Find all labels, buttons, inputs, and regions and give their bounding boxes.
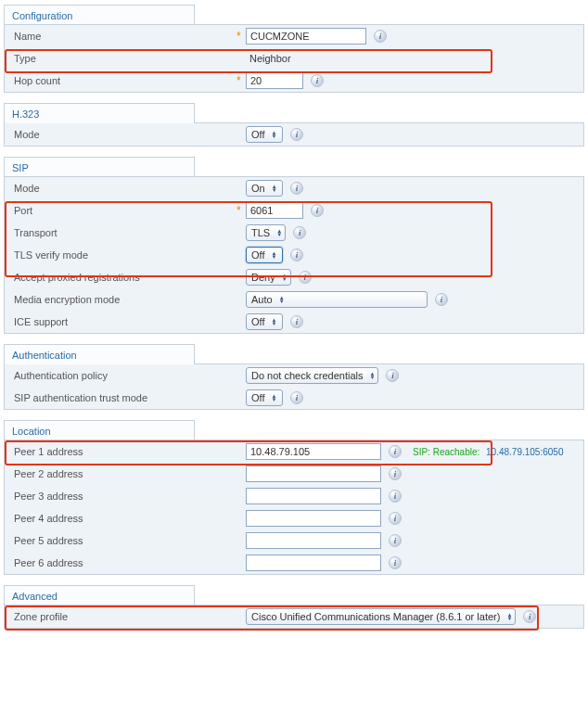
section-authentication: Authentication Authentication policy Do …	[4, 343, 584, 410]
row-sip-tlsverify: TLS verify mode Off ▲▼ i	[5, 244, 583, 266]
section-body-authentication: Authentication policy Do not check crede…	[4, 363, 584, 410]
auth-policy-select[interactable]: Do not check credentials ▲▼	[246, 367, 378, 384]
type-value: Neighbor	[246, 53, 291, 64]
sip-port-input[interactable]	[246, 202, 303, 219]
section-tab-authentication: Authentication	[4, 344, 195, 364]
peer3-input[interactable]	[246, 488, 381, 504]
info-icon[interactable]: i	[389, 445, 402, 458]
section-body-location: Peer 1 address i SIP: Reachable: 10.48.7…	[4, 440, 584, 575]
section-body-configuration: Name * i Type Neighbor Hop count * i	[4, 24, 584, 93]
info-icon[interactable]: i	[389, 512, 402, 525]
section-tab-location: Location	[4, 420, 195, 440]
info-icon[interactable]: i	[290, 391, 303, 404]
label-peer2: Peer 2 address	[8, 468, 236, 479]
info-icon[interactable]: i	[374, 30, 387, 43]
row-peer1: Peer 1 address i SIP: Reachable: 10.48.7…	[5, 440, 583, 463]
sip-media-enc-select[interactable]: Auto ▲▼	[246, 291, 428, 308]
row-name: Name * i	[5, 25, 583, 47]
label-h323-mode: Mode	[8, 129, 236, 140]
row-zone-profile: Zone profile Cisco Unified Communication…	[5, 605, 583, 628]
sip-transport-select[interactable]: TLS ▲▼	[246, 224, 286, 241]
sip-accept-proxied-select[interactable]: Deny ▲▼	[246, 269, 291, 286]
required-marker: *	[236, 204, 242, 217]
row-sip-ice: ICE support Off ▲▼ i	[5, 311, 583, 333]
zone-profile-select[interactable]: Cisco Unified Communications Manager (8.…	[246, 608, 516, 625]
section-tab-h323: H.323	[4, 103, 195, 123]
info-icon[interactable]: i	[290, 315, 303, 328]
row-type: Type Neighbor	[5, 47, 583, 70]
chevron-updown-icon: ▲▼	[270, 318, 277, 325]
peer2-input[interactable]	[246, 465, 381, 482]
peer5-input[interactable]	[246, 532, 381, 549]
row-peer2: Peer 2 address i	[5, 463, 583, 485]
row-sip-mode: Mode On ▲▼ i	[5, 177, 583, 199]
chevron-updown-icon: ▲▼	[271, 185, 278, 192]
label-sip-media-enc: Media encryption mode	[8, 294, 236, 305]
hop-input[interactable]	[246, 72, 303, 89]
label-peer4: Peer 4 address	[8, 513, 236, 524]
section-tab-configuration: Configuration	[4, 5, 195, 25]
peer6-input[interactable]	[246, 554, 381, 571]
row-peer4: Peer 4 address i	[5, 507, 583, 529]
chevron-updown-icon: ▲▼	[505, 613, 513, 620]
required-marker: *	[236, 74, 242, 87]
label-peer5: Peer 5 address	[8, 535, 236, 546]
section-tab-sip: SIP	[4, 157, 195, 177]
info-icon[interactable]: i	[389, 556, 402, 569]
sip-mode-select[interactable]: On ▲▼	[246, 180, 283, 197]
h323-mode-select[interactable]: Off ▲▼	[246, 126, 283, 143]
peer1-status: SIP: Reachable: 10.48.79.105:6050	[402, 447, 580, 457]
info-icon[interactable]: i	[435, 293, 448, 306]
peer1-input[interactable]	[246, 443, 381, 460]
label-sip-mode: Mode	[8, 183, 236, 194]
info-icon[interactable]: i	[290, 128, 303, 141]
info-icon[interactable]: i	[290, 249, 303, 261]
section-tab-advanced: Advanced	[4, 585, 195, 605]
section-configuration: Configuration Name * i Type Neighbor Hop…	[4, 4, 584, 93]
label-peer1: Peer 1 address	[8, 446, 236, 457]
chevron-updown-icon: ▲▼	[278, 296, 286, 303]
label-peer3: Peer 3 address	[8, 491, 236, 502]
info-icon[interactable]: i	[311, 74, 324, 87]
info-icon[interactable]: i	[293, 226, 306, 239]
label-sip-accept-proxied: Accept proxied registrations	[8, 272, 236, 283]
required-marker: *	[236, 30, 242, 43]
info-icon[interactable]: i	[386, 369, 399, 382]
label-zone-profile: Zone profile	[8, 611, 236, 622]
section-h323: H.323 Mode Off ▲▼ i	[4, 102, 584, 147]
label-peer6: Peer 6 address	[8, 557, 236, 568]
info-icon[interactable]: i	[290, 182, 303, 195]
info-icon[interactable]: i	[389, 534, 402, 547]
section-location: Location Peer 1 address i SIP: Reachable…	[4, 419, 584, 575]
name-input[interactable]	[246, 28, 366, 45]
row-auth-trust: SIP authentication trust mode Off ▲▼ i	[5, 387, 583, 409]
sip-tlsverify-select[interactable]: Off ▲▼	[246, 247, 283, 263]
row-sip-media-enc: Media encryption mode Auto ▲▼ i	[5, 288, 583, 311]
info-icon[interactable]: i	[311, 204, 324, 217]
section-body-advanced: Zone profile Cisco Unified Communication…	[4, 605, 584, 629]
row-sip-transport: Transport TLS ▲▼ i	[5, 222, 583, 244]
section-body-h323: Mode Off ▲▼ i	[4, 122, 584, 147]
chevron-updown-icon: ▲▼	[270, 131, 277, 138]
info-icon[interactable]: i	[299, 271, 312, 284]
chevron-updown-icon: ▲▼	[368, 372, 376, 379]
info-icon[interactable]: i	[389, 467, 402, 480]
label-sip-tlsverify: TLS verify mode	[8, 249, 236, 261]
label-hop: Hop count	[8, 75, 236, 86]
label-sip-ice: ICE support	[8, 316, 236, 327]
chevron-updown-icon: ▲▼	[270, 394, 277, 401]
section-body-sip: Mode On ▲▼ i Port * i Transport	[4, 176, 584, 334]
chevron-updown-icon: ▲▼	[281, 274, 288, 281]
label-sip-port: Port	[8, 205, 236, 216]
section-sip: SIP Mode On ▲▼ i Port * i Transport	[4, 156, 584, 334]
peer4-input[interactable]	[246, 510, 381, 527]
row-peer3: Peer 3 address i	[5, 485, 583, 507]
info-icon[interactable]: i	[523, 610, 536, 623]
chevron-updown-icon: ▲▼	[270, 251, 277, 259]
row-sip-port: Port * i	[5, 199, 583, 222]
auth-trust-select[interactable]: Off ▲▼	[246, 389, 283, 406]
row-h323-mode: Mode Off ▲▼ i	[5, 123, 583, 146]
sip-ice-select[interactable]: Off ▲▼	[246, 313, 283, 330]
row-sip-accept-proxied: Accept proxied registrations Deny ▲▼ i	[5, 266, 583, 288]
info-icon[interactable]: i	[389, 490, 402, 503]
